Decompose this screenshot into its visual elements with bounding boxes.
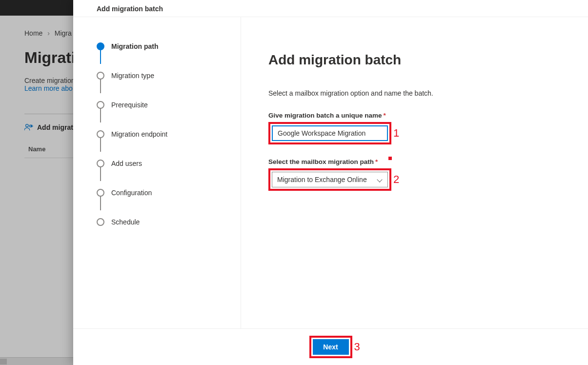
svg-point-0 [26, 124, 28, 127]
batch-name-label: Give migration batch a unique name [268, 112, 382, 119]
step-bullet-icon [97, 101, 104, 109]
step-prerequisite[interactable]: Prerequisite [97, 90, 231, 120]
migration-path-value: Migration to Exchange Online [277, 176, 367, 183]
step-bullet-icon [97, 218, 104, 226]
required-asterisk: * [375, 158, 378, 165]
breadcrumb-home[interactable]: Home [24, 29, 42, 37]
step-label: Schedule [111, 218, 140, 226]
breadcrumb-current: Migra [55, 29, 72, 37]
step-label: Configuration [111, 189, 152, 197]
chevron-right-icon: › [47, 29, 50, 37]
step-bullet-icon [97, 160, 104, 167]
annotation-label-2: 2 [393, 173, 399, 186]
chevron-down-icon [377, 177, 383, 182]
svg-point-1 [29, 125, 31, 127]
step-migration-path[interactable]: Migration path [97, 32, 231, 61]
next-button[interactable]: Next [313, 339, 349, 355]
step-label: Migration endpoint [111, 130, 167, 138]
required-asterisk: * [384, 112, 386, 119]
step-schedule[interactable]: Schedule [97, 207, 231, 237]
annotation-square [388, 157, 392, 160]
form-helper-text: Select a mailbox migration option and na… [268, 89, 561, 97]
annotation-label-1: 1 [393, 127, 399, 140]
step-label: Add users [111, 160, 142, 167]
migration-flyout: Add migration batch Migration pathMigrat… [73, 0, 588, 365]
batch-name-field: Give migration batch a unique name* 1 [268, 112, 391, 144]
add-migration-button[interactable]: Add migrat [37, 123, 73, 131]
migration-path-select[interactable]: Migration to Exchange Online [272, 172, 388, 187]
panel-header: Add migration batch [73, 0, 588, 17]
step-add-users[interactable]: Add users [97, 149, 231, 178]
migration-path-field: Select the mailbox migration path* Migra… [268, 158, 391, 191]
step-label: Migration path [111, 42, 158, 50]
annotation-label-3: 3 [354, 341, 360, 353]
step-bullet-icon [97, 189, 104, 197]
step-configuration[interactable]: Configuration [97, 178, 231, 207]
step-label: Prerequisite [111, 101, 148, 109]
annotation-box-2: Migration to Exchange Online 2 [268, 168, 391, 191]
step-migration-endpoint[interactable]: Migration endpoint [97, 120, 231, 149]
step-bullet-icon [97, 130, 104, 138]
annotation-box-1: 1 [268, 122, 391, 144]
migration-path-label: Select the mailbox migration path [268, 158, 374, 165]
step-migration-type[interactable]: Migration type [97, 61, 231, 90]
batch-name-input[interactable] [272, 125, 388, 141]
stepper: Migration pathMigration typePrerequisite… [73, 17, 241, 328]
form-title: Add migration batch [268, 52, 561, 68]
panel-content: Add migration batch Select a mailbox mig… [241, 17, 588, 328]
add-people-icon [24, 123, 33, 132]
step-bullet-icon [97, 72, 104, 80]
step-label: Migration type [111, 72, 154, 80]
step-bullet-icon [97, 42, 104, 50]
annotation-box-3: Next 3 [309, 336, 352, 358]
panel-footer: Next 3 [73, 328, 588, 365]
